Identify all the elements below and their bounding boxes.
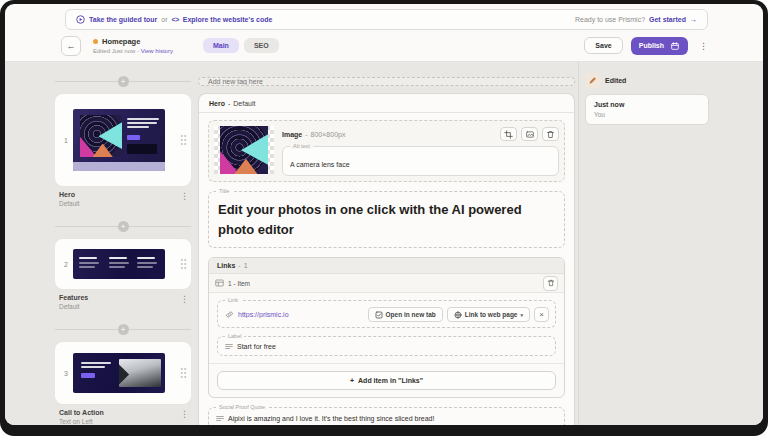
tab-main[interactable]: Main xyxy=(203,38,239,53)
play-circle-icon xyxy=(76,15,85,24)
document-meta: Homepage Edited Just now - View history xyxy=(93,37,173,54)
explore-code-link[interactable]: Explore the website's code xyxy=(183,16,273,23)
document-header: ← Homepage Edited Just now - View histor… xyxy=(5,33,763,62)
hero-slice-header: Hero - Default xyxy=(199,94,574,113)
document-tabs: Main SEO xyxy=(203,38,279,53)
links-group: Links - 1 1 - Item xyxy=(208,257,565,398)
checkbox-icon xyxy=(375,311,383,319)
slice-number: 2 xyxy=(59,261,73,268)
editor-body: + 1 Hero Default xyxy=(5,62,763,425)
slice-editor-column: Hero - Default Image xyxy=(198,62,575,425)
slice-label-hero: Hero Default ⋮ xyxy=(59,191,189,207)
document-kebab-menu[interactable]: ⋮ xyxy=(696,41,711,51)
slice-number: 1 xyxy=(59,137,73,144)
slice-label-features: Features Default ⋮ xyxy=(59,294,189,310)
ready-to-use-text: Ready to use Prismic? xyxy=(575,16,645,23)
slice-name: Hero xyxy=(59,191,80,198)
add-slice-button[interactable]: + xyxy=(118,324,129,335)
title-field: Title Edit your photos in one click with… xyxy=(208,191,565,248)
link-field-label: Link xyxy=(225,297,241,303)
slice-variant: Text on Left xyxy=(59,418,104,425)
add-tag-input[interactable] xyxy=(198,77,575,86)
activity-header: Edited xyxy=(585,73,709,88)
slice-thumbnail-features xyxy=(73,249,165,279)
label-field-label: Label xyxy=(225,333,244,339)
tab-seo[interactable]: SEO xyxy=(244,38,279,53)
chevron-down-icon: ▾ xyxy=(520,312,523,318)
title-rich-text[interactable]: Edit your photos in one click with the A… xyxy=(218,200,550,240)
slice-label-cta: Call to Action Text on Left ⋮ xyxy=(59,409,189,425)
image-thumbnail[interactable] xyxy=(214,126,274,174)
arrow-right-icon: → xyxy=(690,16,697,23)
delete-item-button[interactable] xyxy=(543,276,558,291)
top-bar: Take the guided tour or <> Explore the w… xyxy=(5,4,763,33)
drag-handle-icon[interactable] xyxy=(180,134,187,146)
get-started-link[interactable]: Get started xyxy=(649,16,686,23)
item-fields: Link https://prismic.io Open in new tab xyxy=(209,293,564,364)
link-url[interactable]: https://prismic.io xyxy=(238,311,289,318)
guided-tour-link[interactable]: Take the guided tour xyxy=(89,16,157,23)
slice-kebab-menu[interactable]: ⋮ xyxy=(180,294,189,304)
item-grid-icon xyxy=(215,279,224,287)
slices-sidebar: + 1 Hero Default xyxy=(55,62,191,425)
slice-card-features[interactable]: 2 xyxy=(55,239,191,289)
image-field: Image - 800×800px xyxy=(208,120,565,182)
text-align-icon xyxy=(225,343,233,350)
banner-or-text: or xyxy=(161,16,167,23)
activity-panel: Edited Just now You xyxy=(585,62,709,125)
draft-status-dot xyxy=(93,39,98,44)
window-frame: Take the guided tour or <> Explore the w… xyxy=(0,0,768,436)
save-button[interactable]: Save xyxy=(584,37,622,54)
add-slice-button[interactable]: + xyxy=(118,76,129,87)
guided-tour-banner: Take the guided tour or <> Explore the w… xyxy=(65,9,708,30)
links-group-header: Links - 1 xyxy=(209,258,564,274)
item-label: 1 - Item xyxy=(228,280,250,287)
activity-title: Edited xyxy=(605,77,626,84)
slice-kebab-menu[interactable]: ⋮ xyxy=(180,191,189,201)
quote-field-label: Social Proof Quote xyxy=(216,404,268,410)
drag-handle-icon[interactable] xyxy=(180,367,187,379)
pencil-icon xyxy=(585,73,600,88)
calendar-icon xyxy=(670,41,680,51)
add-slice-button[interactable]: + xyxy=(118,221,129,232)
slice-card-cta[interactable]: 3 xyxy=(55,342,191,404)
label-value[interactable]: Start for free xyxy=(237,343,276,350)
slice-thumbnail-cta xyxy=(73,353,165,393)
slice-card-hero[interactable]: 1 xyxy=(55,94,191,186)
page-title: Homepage xyxy=(102,37,140,46)
delete-image-button[interactable] xyxy=(542,127,559,141)
plus-icon: + xyxy=(350,377,354,384)
text-align-icon xyxy=(216,415,224,422)
add-slice-divider: + xyxy=(55,221,191,232)
social-proof-quote-field: Social Proof Quote Aipixi is amazing and… xyxy=(208,407,565,425)
slice-header-variant: Default xyxy=(233,100,255,107)
replace-image-button[interactable] xyxy=(521,127,538,141)
activity-entry[interactable]: Just now You xyxy=(585,94,709,125)
globe-icon xyxy=(454,311,462,319)
link-type-dropdown[interactable]: Link to web page ▾ xyxy=(447,307,530,322)
hero-slice-card: Hero - Default Image xyxy=(198,93,575,425)
alt-text-input[interactable] xyxy=(290,161,551,168)
links-count: 1 xyxy=(244,262,248,269)
quote-value[interactable]: Aipixi is amazing and I love it. It's th… xyxy=(228,415,434,422)
publish-button[interactable]: Publish xyxy=(631,37,688,55)
crop-image-button[interactable] xyxy=(500,127,517,141)
view-history-link[interactable]: View history xyxy=(141,48,173,54)
links-item-row: 1 - Item xyxy=(209,274,564,293)
alt-text-field: Alt text xyxy=(282,146,559,176)
drag-handle-icon[interactable] xyxy=(180,258,187,270)
add-item-button[interactable]: + Add item in "Links" xyxy=(217,371,556,390)
slice-name: Call to Action xyxy=(59,409,104,416)
edited-text: Edited Just now - xyxy=(93,48,139,54)
slice-name: Features xyxy=(59,294,88,301)
add-slice-divider: + xyxy=(55,324,191,335)
back-button[interactable]: ← xyxy=(61,36,81,56)
remove-link-button[interactable]: × xyxy=(534,307,549,322)
links-label: Links xyxy=(217,262,235,269)
slice-kebab-menu[interactable]: ⋮ xyxy=(180,409,189,419)
slice-variant: Default xyxy=(59,200,80,207)
slice-number: 3 xyxy=(59,370,73,377)
activity-time: Just now xyxy=(594,101,700,108)
image-dimensions: 800×800px xyxy=(311,131,346,138)
open-new-tab-toggle[interactable]: Open in new tab xyxy=(368,307,443,322)
